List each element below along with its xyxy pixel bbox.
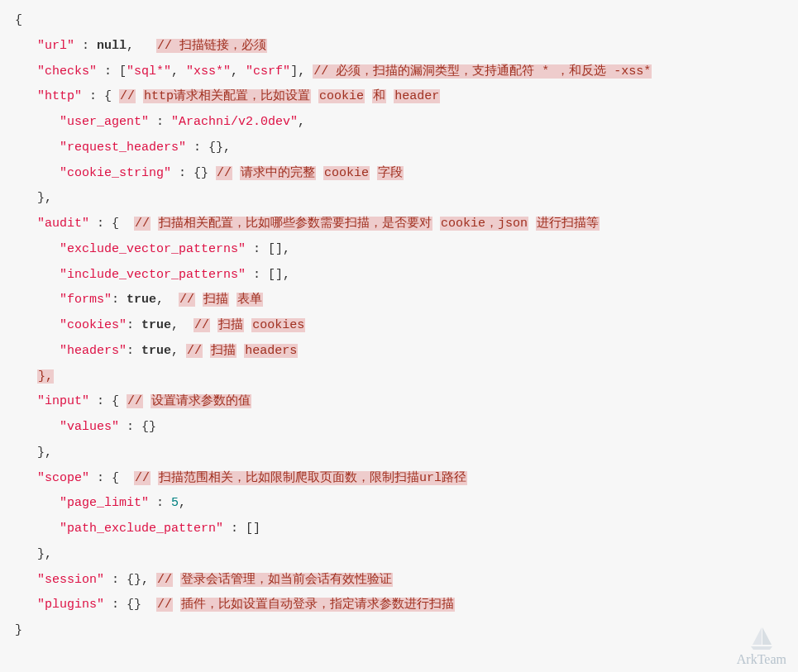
- key-audit: "audit": [37, 217, 89, 231]
- key-page-limit: "page_limit": [60, 496, 149, 510]
- watermark-text: ArkTeam: [737, 652, 786, 666]
- brace-close: }: [15, 623, 22, 637]
- key-request-headers: "request_headers": [60, 141, 186, 155]
- value-null: null: [97, 39, 127, 53]
- key-checks: "checks": [37, 64, 97, 79]
- key-http: "http": [37, 89, 82, 103]
- sailboat-icon: [748, 626, 776, 651]
- code-block: { "url" : null, // 扫描链接，必须 "checks" : ["…: [0, 0, 798, 652]
- key-plugins: "plugins": [37, 598, 104, 612]
- watermark: ArkTeam: [737, 626, 786, 667]
- comment-checks: // 必须，扫描的漏洞类型，支持通配符 * ，和反选 -xss*: [313, 64, 652, 79]
- comment-url: // 扫描链接，必须: [156, 39, 267, 53]
- key-values: "values": [60, 420, 119, 434]
- key-scope: "scope": [37, 471, 89, 485]
- key-cookie-string: "cookie_string": [60, 166, 171, 180]
- key-cookies: "cookies": [60, 318, 127, 332]
- brace-open: {: [15, 13, 22, 27]
- key-url: "url": [37, 39, 74, 53]
- key-path-exclude-pattern: "path_exclude_pattern": [60, 522, 223, 536]
- key-input: "input": [37, 394, 89, 408]
- key-session: "session": [37, 573, 104, 587]
- key-user-agent: "user_agent": [60, 115, 149, 129]
- key-exclude-vector-patterns: "exclude_vector_patterns": [60, 242, 246, 256]
- key-forms: "forms": [60, 293, 112, 307]
- key-include-vector-patterns: "include_vector_patterns": [60, 268, 246, 282]
- key-headers: "headers": [60, 344, 127, 358]
